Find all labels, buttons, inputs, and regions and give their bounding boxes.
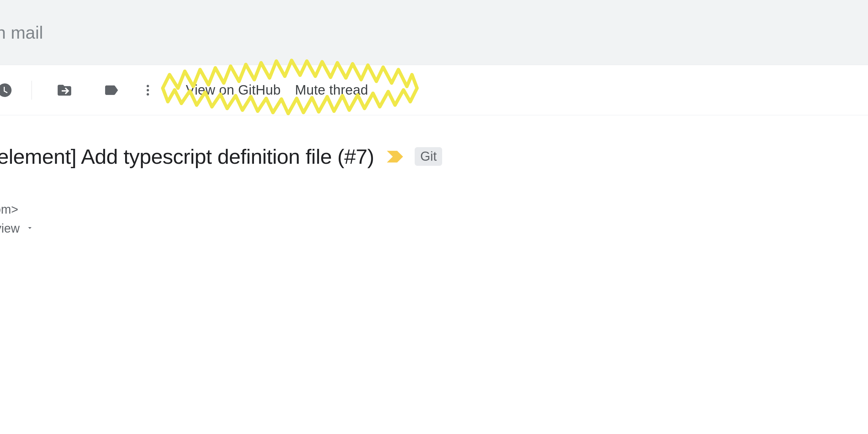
recipient-text: ne, Review — [0, 221, 20, 236]
svg-point-0 — [147, 85, 149, 87]
mute-thread-button[interactable]: Mute thread — [295, 82, 368, 98]
labels-icon[interactable] — [103, 82, 119, 98]
sender-info: @github.com> ne, Review — [0, 202, 868, 236]
show-details-icon[interactable] — [26, 224, 34, 233]
important-marker-icon[interactable] — [387, 151, 405, 163]
toolbar-divider — [32, 81, 32, 100]
subject-row: ler-element] Add typescript definition f… — [0, 144, 868, 169]
toolbar: View on GitHub Mute thread — [0, 65, 868, 115]
email-subject: ler-element] Add typescript definition f… — [0, 144, 374, 169]
search-placeholder: rch mail — [0, 22, 43, 43]
github-label-chip[interactable]: Git — [415, 147, 442, 166]
view-on-github-button[interactable]: View on GitHub — [186, 82, 281, 98]
recipient-row: ne, Review — [0, 221, 868, 236]
more-icon[interactable] — [140, 82, 156, 98]
search-bar[interactable]: rch mail — [0, 0, 868, 65]
move-to-icon[interactable] — [56, 82, 73, 98]
sender-email: @github.com> — [0, 202, 868, 217]
snooze-icon[interactable] — [0, 82, 13, 98]
svg-point-2 — [147, 93, 149, 95]
svg-point-1 — [147, 89, 149, 91]
